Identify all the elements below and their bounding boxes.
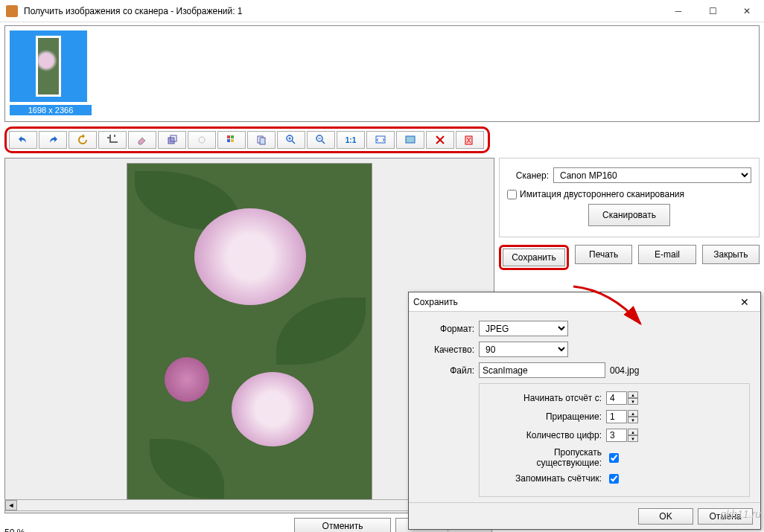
minimize-button[interactable]: ─ xyxy=(661,0,695,22)
increment-label: Приращение: xyxy=(490,411,602,422)
palette-icon[interactable] xyxy=(217,131,246,149)
inc-down[interactable]: ▼ xyxy=(628,417,638,423)
remember-counter-checkbox[interactable] xyxy=(609,474,619,484)
auto-adjust-icon[interactable] xyxy=(188,131,216,149)
email-button[interactable]: E-mail xyxy=(638,245,695,264)
thumbnail-dimensions: 1698 x 2366 xyxy=(10,105,92,115)
svg-rect-4 xyxy=(231,135,234,138)
zoom-actual-icon[interactable]: 1:1 xyxy=(337,131,365,149)
dialog-footer: OK Отмена xyxy=(409,502,760,529)
copy-icon[interactable] xyxy=(247,131,276,149)
zoom-in-icon[interactable] xyxy=(277,131,305,149)
counter-group: Начинать отсчёт с: ▲▼ Приращение: ▲▼ Кол… xyxy=(479,383,750,497)
close-button[interactable]: ✕ xyxy=(730,0,764,22)
save-highlight: Сохранить xyxy=(499,245,569,270)
dialog-title: Сохранить xyxy=(413,297,733,307)
scanner-select[interactable]: Canon MP160 xyxy=(553,167,751,183)
skip-existing-label: Пропускать существующие: xyxy=(490,447,602,468)
start-count-label: Начинать отсчёт с: xyxy=(490,393,602,403)
zoom-out-icon[interactable] xyxy=(307,131,335,149)
undo-icon[interactable] xyxy=(9,131,37,149)
format-select[interactable]: JPEG xyxy=(479,321,568,336)
quality-label: Качество: xyxy=(419,344,474,355)
start-up[interactable]: ▲ xyxy=(628,391,638,398)
svg-rect-3 xyxy=(227,135,230,138)
action-buttons: Сохранить Печать E-mail Закрыть xyxy=(499,245,760,270)
save-button[interactable]: Сохранить xyxy=(503,249,565,266)
fit-screen-icon[interactable] xyxy=(366,131,395,149)
start-count-input[interactable] xyxy=(606,391,627,405)
start-down[interactable]: ▼ xyxy=(628,398,638,405)
skip-existing-checkbox[interactable] xyxy=(609,453,619,463)
dialog-close-button[interactable]: ✕ xyxy=(733,296,756,308)
preview-image xyxy=(127,163,372,505)
duplex-label: Имитация двустороннего сканирования xyxy=(520,189,684,199)
app-icon xyxy=(6,5,18,17)
dig-down[interactable]: ▼ xyxy=(628,435,638,442)
quality-select[interactable]: 90 xyxy=(479,342,568,357)
toolbar-highlight: 1:1 xyxy=(4,126,490,153)
scanner-label: Сканер: xyxy=(507,170,549,181)
delete-icon[interactable] xyxy=(426,131,454,149)
titlebar: Получить изображения со сканера - Изобра… xyxy=(0,0,764,22)
format-label: Формат: xyxy=(419,324,474,334)
save-dialog: Сохранить ✕ Формат: JPEG Качество: 90 Фа… xyxy=(408,292,761,530)
thumbnail-strip: 1698 x 2366 xyxy=(4,25,760,122)
thumbnail[interactable]: 1698 x 2366 xyxy=(10,31,92,115)
maximize-button[interactable]: ☐ xyxy=(695,0,730,22)
scanner-group: Сканер: Canon MP160 Имитация двусторонне… xyxy=(499,158,760,237)
svg-rect-5 xyxy=(227,139,230,142)
dialog-titlebar[interactable]: Сохранить ✕ xyxy=(409,292,760,312)
close-panel-button[interactable]: Закрыть xyxy=(702,245,760,264)
svg-rect-8 xyxy=(260,138,265,144)
file-suffix: 004.jpg xyxy=(610,365,639,376)
undo-button[interactable]: Отменить xyxy=(294,518,391,532)
scan-button[interactable]: Сканировать xyxy=(588,204,670,226)
window-title: Получить изображения со сканера - Изобра… xyxy=(24,6,661,16)
remember-counter-label: Запоминать счётчик: xyxy=(490,473,602,484)
rotate-icon[interactable] xyxy=(69,131,97,149)
svg-rect-12 xyxy=(406,136,415,143)
redo-icon[interactable] xyxy=(39,131,67,149)
duplex-checkbox[interactable] xyxy=(507,190,517,199)
increment-input[interactable] xyxy=(606,410,627,423)
toolbar: 1:1 xyxy=(9,131,486,149)
crop-icon[interactable] xyxy=(98,131,127,149)
scroll-left-button[interactable]: ◄ xyxy=(5,500,17,510)
dig-up[interactable]: ▲ xyxy=(628,429,638,435)
watermark: gkh11.ru xyxy=(721,508,761,520)
svg-rect-0 xyxy=(168,138,174,144)
erase-icon[interactable] xyxy=(128,131,156,149)
file-label: Файл: xyxy=(419,365,474,376)
svg-point-2 xyxy=(199,137,205,143)
file-input[interactable] xyxy=(479,362,605,378)
svg-rect-6 xyxy=(231,139,234,142)
dialog-ok-button[interactable]: OK xyxy=(638,508,693,525)
zoom-level: 50 % xyxy=(4,528,49,532)
delete-all-icon[interactable] xyxy=(456,131,484,149)
digits-input[interactable] xyxy=(606,429,627,442)
fit-width-icon[interactable] xyxy=(396,131,424,149)
clone-icon[interactable] xyxy=(158,131,186,149)
thumbnail-image xyxy=(10,31,87,102)
print-button[interactable]: Печать xyxy=(575,245,632,264)
inc-up[interactable]: ▲ xyxy=(628,410,638,417)
digits-label: Количество цифр: xyxy=(490,430,602,440)
